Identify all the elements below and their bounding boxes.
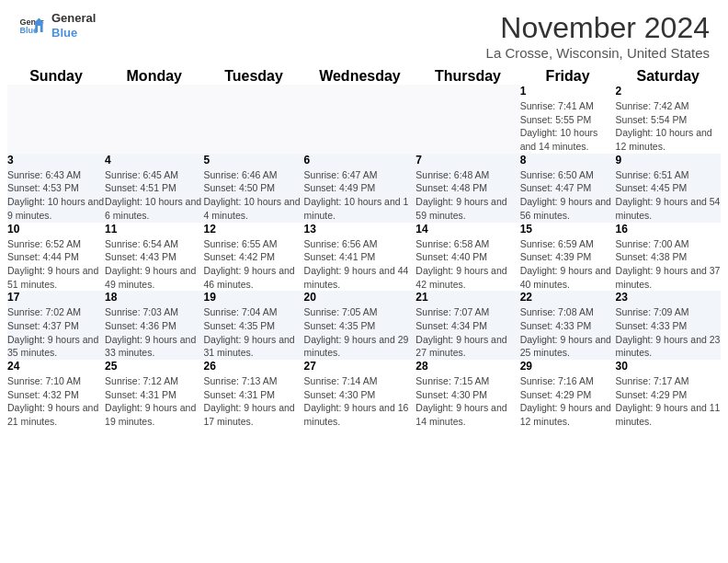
day-number: 14 [415, 223, 519, 236]
day-number: 25 [105, 360, 203, 373]
day-number: 7 [415, 154, 519, 167]
day-info: Sunrise: 7:04 AMSunset: 4:35 PMDaylight:… [203, 305, 303, 360]
calendar-cell: 8Sunrise: 6:50 AMSunset: 4:47 PMDaylight… [520, 154, 616, 223]
calendar-cell [415, 85, 519, 154]
day-number: 28 [415, 360, 519, 373]
day-info: Sunrise: 6:55 AMSunset: 4:42 PMDaylight:… [203, 237, 303, 292]
calendar-cell [7, 85, 105, 154]
day-number: 19 [203, 291, 303, 304]
day-info: Sunrise: 6:56 AMSunset: 4:41 PMDaylight:… [304, 237, 416, 292]
title-block: November 2024 La Crosse, Wisconsin, Unit… [486, 11, 710, 61]
calendar-cell: 19Sunrise: 7:04 AMSunset: 4:35 PMDayligh… [203, 291, 303, 360]
day-header-saturday: Saturday [616, 68, 721, 85]
day-header-monday: Monday [105, 68, 203, 85]
week-row: 24Sunrise: 7:10 AMSunset: 4:32 PMDayligh… [7, 360, 721, 429]
day-number: 10 [7, 223, 105, 236]
day-info: Sunrise: 6:43 AMSunset: 4:53 PMDaylight:… [7, 168, 105, 223]
calendar-cell: 5Sunrise: 6:46 AMSunset: 4:50 PMDaylight… [203, 154, 303, 223]
calendar-cell: 30Sunrise: 7:17 AMSunset: 4:29 PMDayligh… [616, 360, 721, 429]
day-number: 24 [7, 360, 105, 373]
day-number: 3 [7, 154, 105, 167]
logo: General Blue GeneralBlue [18, 11, 96, 40]
page-header: General Blue GeneralBlue November 2024 L… [0, 0, 728, 68]
day-info: Sunrise: 6:45 AMSunset: 4:51 PMDaylight:… [105, 168, 203, 223]
calendar-table: SundayMondayTuesdayWednesdayThursdayFrid… [7, 68, 721, 429]
day-number: 16 [616, 223, 721, 236]
day-info: Sunrise: 7:15 AMSunset: 4:30 PMDaylight:… [415, 374, 519, 429]
day-number: 22 [520, 291, 616, 304]
calendar-cell: 21Sunrise: 7:07 AMSunset: 4:34 PMDayligh… [415, 291, 519, 360]
logo-icon: General Blue [18, 13, 44, 39]
day-header-friday: Friday [520, 68, 616, 85]
day-info: Sunrise: 7:12 AMSunset: 4:31 PMDaylight:… [105, 374, 203, 429]
calendar-cell: 14Sunrise: 6:58 AMSunset: 4:40 PMDayligh… [415, 223, 519, 292]
calendar-cell: 25Sunrise: 7:12 AMSunset: 4:31 PMDayligh… [105, 360, 203, 429]
week-row: 10Sunrise: 6:52 AMSunset: 4:44 PMDayligh… [7, 223, 721, 292]
day-info: Sunrise: 7:03 AMSunset: 4:36 PMDaylight:… [105, 305, 203, 360]
day-number: 11 [105, 223, 203, 236]
day-info: Sunrise: 7:13 AMSunset: 4:31 PMDaylight:… [203, 374, 303, 429]
day-number: 4 [105, 154, 203, 167]
day-info: Sunrise: 7:08 AMSunset: 4:33 PMDaylight:… [520, 305, 616, 360]
calendar-cell: 3Sunrise: 6:43 AMSunset: 4:53 PMDaylight… [7, 154, 105, 223]
day-info: Sunrise: 7:07 AMSunset: 4:34 PMDaylight:… [415, 305, 519, 360]
day-number: 2 [616, 85, 721, 98]
day-info: Sunrise: 6:50 AMSunset: 4:47 PMDaylight:… [520, 168, 616, 223]
calendar-cell: 6Sunrise: 6:47 AMSunset: 4:49 PMDaylight… [304, 154, 416, 223]
day-number: 13 [304, 223, 416, 236]
day-info: Sunrise: 7:42 AMSunset: 5:54 PMDaylight:… [616, 99, 721, 154]
calendar-cell: 7Sunrise: 6:48 AMSunset: 4:48 PMDaylight… [415, 154, 519, 223]
svg-text:Blue: Blue [19, 26, 38, 35]
day-info: Sunrise: 7:16 AMSunset: 4:29 PMDaylight:… [520, 374, 616, 429]
day-number: 8 [520, 154, 616, 167]
day-header-sunday: Sunday [7, 68, 105, 85]
month-title: November 2024 [486, 11, 710, 45]
calendar-cell: 16Sunrise: 7:00 AMSunset: 4:38 PMDayligh… [616, 223, 721, 292]
day-number: 23 [616, 291, 721, 304]
day-number: 26 [203, 360, 303, 373]
header-row: SundayMondayTuesdayWednesdayThursdayFrid… [7, 68, 721, 85]
day-number: 5 [203, 154, 303, 167]
day-info: Sunrise: 7:00 AMSunset: 4:38 PMDaylight:… [616, 237, 721, 292]
day-number: 6 [304, 154, 416, 167]
calendar-cell: 2Sunrise: 7:42 AMSunset: 5:54 PMDaylight… [616, 85, 721, 154]
day-number: 12 [203, 223, 303, 236]
day-info: Sunrise: 7:05 AMSunset: 4:35 PMDaylight:… [304, 305, 416, 360]
day-info: Sunrise: 7:17 AMSunset: 4:29 PMDaylight:… [616, 374, 721, 429]
calendar-cell: 23Sunrise: 7:09 AMSunset: 4:33 PMDayligh… [616, 291, 721, 360]
calendar-cell [105, 85, 203, 154]
day-number: 9 [616, 154, 721, 167]
location: La Crosse, Wisconsin, United States [486, 45, 710, 61]
calendar-cell: 27Sunrise: 7:14 AMSunset: 4:30 PMDayligh… [304, 360, 416, 429]
day-info: Sunrise: 7:14 AMSunset: 4:30 PMDaylight:… [304, 374, 416, 429]
calendar-cell: 28Sunrise: 7:15 AMSunset: 4:30 PMDayligh… [415, 360, 519, 429]
calendar-cell: 13Sunrise: 6:56 AMSunset: 4:41 PMDayligh… [304, 223, 416, 292]
day-number: 1 [520, 85, 616, 98]
calendar-cell: 1Sunrise: 7:41 AMSunset: 5:55 PMDaylight… [520, 85, 616, 154]
day-number: 15 [520, 223, 616, 236]
calendar-cell [304, 85, 416, 154]
day-info: Sunrise: 6:46 AMSunset: 4:50 PMDaylight:… [203, 168, 303, 223]
calendar-cell: 18Sunrise: 7:03 AMSunset: 4:36 PMDayligh… [105, 291, 203, 360]
calendar-cell: 29Sunrise: 7:16 AMSunset: 4:29 PMDayligh… [520, 360, 616, 429]
calendar-cell: 26Sunrise: 7:13 AMSunset: 4:31 PMDayligh… [203, 360, 303, 429]
week-row: 3Sunrise: 6:43 AMSunset: 4:53 PMDaylight… [7, 154, 721, 223]
week-row: 1Sunrise: 7:41 AMSunset: 5:55 PMDaylight… [7, 85, 721, 154]
day-info: Sunrise: 7:10 AMSunset: 4:32 PMDaylight:… [7, 374, 105, 429]
day-number: 29 [520, 360, 616, 373]
day-number: 21 [415, 291, 519, 304]
calendar-cell: 12Sunrise: 6:55 AMSunset: 4:42 PMDayligh… [203, 223, 303, 292]
calendar-cell: 15Sunrise: 6:59 AMSunset: 4:39 PMDayligh… [520, 223, 616, 292]
day-info: Sunrise: 6:48 AMSunset: 4:48 PMDaylight:… [415, 168, 519, 223]
calendar-cell: 4Sunrise: 6:45 AMSunset: 4:51 PMDaylight… [105, 154, 203, 223]
day-number: 18 [105, 291, 203, 304]
calendar-cell: 24Sunrise: 7:10 AMSunset: 4:32 PMDayligh… [7, 360, 105, 429]
week-row: 17Sunrise: 7:02 AMSunset: 4:37 PMDayligh… [7, 291, 721, 360]
calendar-cell: 20Sunrise: 7:05 AMSunset: 4:35 PMDayligh… [304, 291, 416, 360]
day-info: Sunrise: 6:54 AMSunset: 4:43 PMDaylight:… [105, 237, 203, 292]
day-info: Sunrise: 6:59 AMSunset: 4:39 PMDaylight:… [520, 237, 616, 292]
day-info: Sunrise: 7:09 AMSunset: 4:33 PMDaylight:… [616, 305, 721, 360]
day-info: Sunrise: 7:41 AMSunset: 5:55 PMDaylight:… [520, 99, 616, 154]
calendar-wrapper: SundayMondayTuesdayWednesdayThursdayFrid… [0, 68, 728, 436]
day-header-tuesday: Tuesday [203, 68, 303, 85]
